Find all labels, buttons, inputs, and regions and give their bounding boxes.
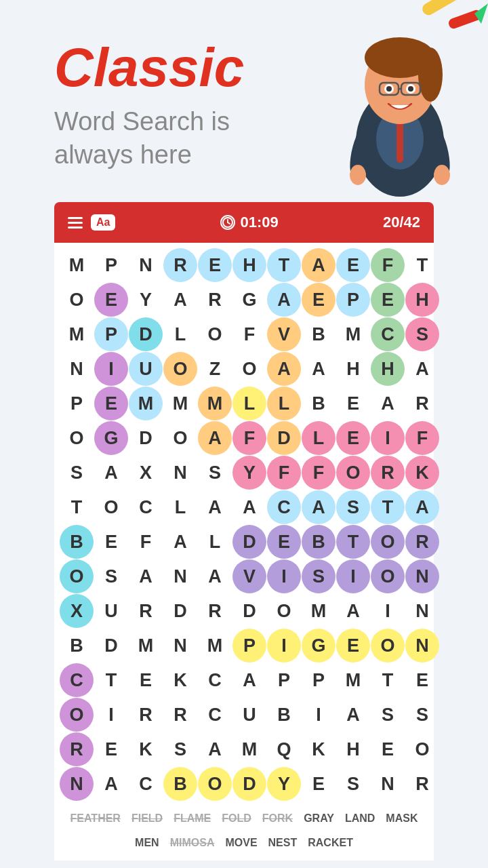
grid-cell[interactable]: N (405, 629, 439, 663)
grid-cell[interactable]: E (336, 387, 370, 420)
grid-cell[interactable]: F (371, 248, 405, 282)
grid-cell[interactable]: B (302, 387, 336, 420)
grid-cell[interactable]: F (129, 525, 163, 559)
grid-cell[interactable]: A (336, 698, 370, 732)
grid-cell[interactable]: O (198, 317, 232, 351)
grid-cell[interactable]: G (94, 421, 128, 455)
grid-cell[interactable]: R (405, 767, 439, 801)
grid-cell[interactable]: R (405, 525, 439, 559)
grid-cell[interactable]: A (163, 283, 197, 317)
grid-cell[interactable]: K (405, 456, 439, 490)
grid-cell[interactable]: N (163, 629, 197, 663)
grid-cell[interactable]: E (94, 525, 128, 559)
grid-cell[interactable]: O (60, 559, 94, 593)
grid-cell[interactable]: M (302, 594, 336, 628)
grid-cell[interactable]: D (232, 525, 266, 559)
grid-cell[interactable]: A (94, 456, 128, 490)
grid-cell[interactable]: B (163, 767, 197, 801)
grid-cell[interactable]: I (267, 629, 301, 663)
word-search-grid[interactable]: MPNREHTAEFTOEYARGAEPEHMPDLOFVBMCSNIUOZOA… (54, 243, 434, 806)
grid-cell[interactable]: N (371, 767, 405, 801)
grid-cell[interactable]: P (60, 387, 94, 420)
grid-cell[interactable]: H (405, 283, 439, 317)
grid-cell[interactable]: X (129, 456, 163, 490)
grid-cell[interactable]: F (232, 317, 266, 351)
grid-cell[interactable]: E (336, 421, 370, 455)
grid-cell[interactable]: O (163, 421, 197, 455)
grid-cell[interactable]: D (232, 594, 266, 628)
grid-cell[interactable]: A (198, 421, 232, 455)
grid-cell[interactable]: A (94, 767, 128, 801)
grid-cell[interactable]: A (267, 352, 301, 386)
grid-cell[interactable]: T (267, 248, 301, 282)
grid-cell[interactable]: X (60, 594, 94, 628)
grid-cell[interactable]: B (60, 629, 94, 663)
grid-cell[interactable]: E (302, 767, 336, 801)
grid-cell[interactable]: P (302, 663, 336, 697)
grid-cell[interactable]: U (232, 698, 266, 732)
grid-cell[interactable]: N (60, 767, 94, 801)
grid-cell[interactable]: U (129, 352, 163, 386)
grid-cell[interactable]: R (129, 698, 163, 732)
grid-cell[interactable]: H (371, 352, 405, 386)
grid-cell[interactable]: P (94, 248, 128, 282)
grid-cell[interactable]: N (60, 352, 94, 386)
grid-cell[interactable]: E (405, 663, 439, 697)
grid-cell[interactable]: M (60, 317, 94, 351)
grid-cell[interactable]: O (405, 732, 439, 766)
grid-cell[interactable]: A (302, 248, 336, 282)
grid-cell[interactable]: G (302, 629, 336, 663)
grid-cell[interactable]: B (267, 698, 301, 732)
grid-cell[interactable]: L (198, 525, 232, 559)
grid-cell[interactable]: E (302, 283, 336, 317)
grid-cell[interactable]: P (336, 283, 370, 317)
grid-cell[interactable]: D (129, 317, 163, 351)
grid-cell[interactable]: S (336, 490, 370, 524)
grid-cell[interactable]: M (336, 663, 370, 697)
grid-cell[interactable]: C (371, 317, 405, 351)
menu-button[interactable] (68, 217, 83, 229)
grid-cell[interactable]: I (267, 559, 301, 593)
grid-cell[interactable]: F (302, 456, 336, 490)
grid-cell[interactable]: L (163, 490, 197, 524)
grid-cell[interactable]: M (232, 732, 266, 766)
grid-cell[interactable]: O (60, 283, 94, 317)
grid-cell[interactable]: O (163, 352, 197, 386)
grid-cell[interactable]: S (336, 767, 370, 801)
grid-cell[interactable]: S (405, 317, 439, 351)
grid-cell[interactable]: S (198, 456, 232, 490)
grid-cell[interactable]: R (198, 594, 232, 628)
grid-cell[interactable]: A (371, 387, 405, 420)
grid-cell[interactable]: A (267, 283, 301, 317)
grid-cell[interactable]: E (94, 387, 128, 420)
grid-cell[interactable]: A (302, 490, 336, 524)
grid-cell[interactable]: A (405, 352, 439, 386)
grid-cell[interactable]: R (129, 594, 163, 628)
grid-cell[interactable]: T (94, 663, 128, 697)
grid-cell[interactable]: A (232, 490, 266, 524)
grid-cell[interactable]: L (267, 387, 301, 420)
grid-cell[interactable]: Z (198, 352, 232, 386)
grid-cell[interactable]: O (336, 456, 370, 490)
grid-cell[interactable]: A (198, 732, 232, 766)
grid-cell[interactable]: E (94, 732, 128, 766)
grid-cell[interactable]: M (129, 387, 163, 420)
grid-cell[interactable]: E (371, 283, 405, 317)
grid-cell[interactable]: D (163, 594, 197, 628)
grid-cell[interactable]: A (129, 559, 163, 593)
grid-cell[interactable]: R (163, 698, 197, 732)
grid-cell[interactable]: E (336, 629, 370, 663)
grid-cell[interactable]: I (336, 559, 370, 593)
grid-cell[interactable]: S (371, 698, 405, 732)
grid-cell[interactable]: T (405, 248, 439, 282)
grid-cell[interactable]: K (129, 732, 163, 766)
grid-cell[interactable]: N (405, 559, 439, 593)
grid-cell[interactable]: A (163, 525, 197, 559)
grid-cell[interactable]: N (405, 594, 439, 628)
grid-cell[interactable]: P (232, 629, 266, 663)
grid-cell[interactable]: D (94, 629, 128, 663)
grid-cell[interactable]: I (94, 698, 128, 732)
grid-cell[interactable]: B (302, 525, 336, 559)
grid-cell[interactable]: N (129, 248, 163, 282)
grid-cell[interactable]: B (60, 525, 94, 559)
